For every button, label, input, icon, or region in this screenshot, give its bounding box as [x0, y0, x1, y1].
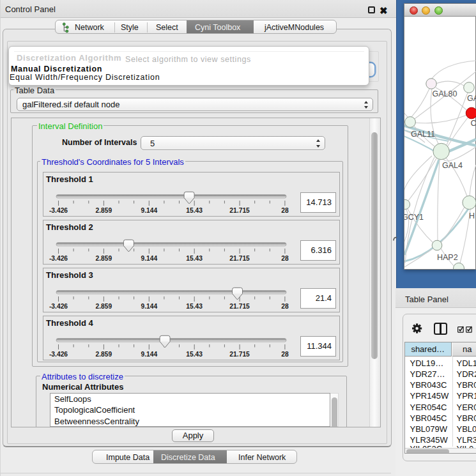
svg-text:2.859: 2.859: [96, 351, 112, 358]
svg-text:28: 28: [281, 351, 289, 358]
svg-text:21.715: 21.715: [229, 303, 250, 310]
svg-text:GAL11: GAL11: [411, 130, 435, 139]
svg-text:-3.426: -3.426: [49, 207, 68, 214]
svg-text:15.43: 15.43: [186, 351, 203, 358]
svg-text:-3.426: -3.426: [49, 255, 68, 262]
svg-text:HAP2: HAP2: [437, 253, 458, 262]
svg-text:28: 28: [281, 303, 289, 310]
svg-text:2.859: 2.859: [96, 303, 112, 310]
svg-text:21.715: 21.715: [229, 207, 250, 214]
svg-text:2.859: 2.859: [96, 207, 112, 214]
svg-text:9.144: 9.144: [141, 351, 157, 358]
svg-text:9.144: 9.144: [141, 303, 157, 310]
svg-text:28: 28: [281, 255, 289, 262]
svg-text:28: 28: [281, 207, 289, 214]
svg-text:15.43: 15.43: [186, 255, 203, 262]
svg-text:2.859: 2.859: [96, 255, 112, 262]
svg-text:GA: GA: [467, 94, 476, 103]
svg-text:15.43: 15.43: [186, 303, 203, 310]
svg-text:21.715: 21.715: [229, 255, 250, 262]
svg-text:GCY1: GCY1: [404, 213, 424, 222]
svg-text:C: C: [471, 119, 476, 128]
svg-text:9.144: 9.144: [141, 207, 157, 214]
svg-text:GAL80: GAL80: [433, 89, 457, 98]
svg-text:-3.426: -3.426: [49, 351, 68, 358]
svg-text:H: H: [469, 211, 475, 220]
svg-text:15.43: 15.43: [186, 207, 203, 214]
svg-text:GAL4: GAL4: [442, 161, 463, 170]
svg-text:-3.426: -3.426: [49, 303, 68, 310]
svg-text:21.715: 21.715: [229, 351, 250, 358]
svg-text:9.144: 9.144: [141, 255, 157, 262]
